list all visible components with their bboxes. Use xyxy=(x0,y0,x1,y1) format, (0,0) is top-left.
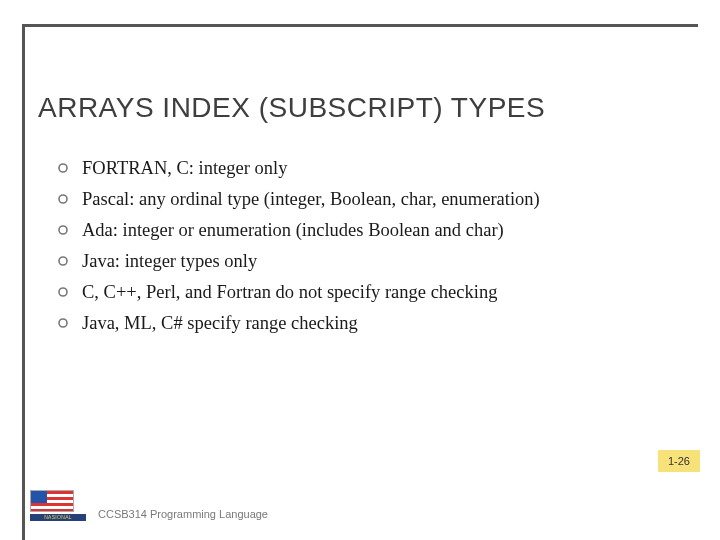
footer-course-label: CCSB314 Programming Language xyxy=(98,508,268,520)
bullet-icon xyxy=(58,256,68,266)
page-number-badge: 1-26 xyxy=(658,450,700,472)
bullet-text: Pascal: any ordinal type (integer, Boole… xyxy=(82,187,540,212)
bullet-icon xyxy=(58,194,68,204)
svg-point-4 xyxy=(59,288,67,296)
bullet-icon xyxy=(58,318,68,328)
bullet-text: Ada: integer or enumeration (includes Bo… xyxy=(82,218,504,243)
list-item: Java: integer types only xyxy=(58,249,680,274)
list-item: C, C++, Perl, and Fortran do not specify… xyxy=(58,280,680,305)
bullet-text: Java, ML, C# specify range checking xyxy=(82,311,358,336)
slide-title: ARRAYS INDEX (SUBSCRIPT) TYPES xyxy=(38,92,545,124)
svg-point-1 xyxy=(59,195,67,203)
svg-point-2 xyxy=(59,226,67,234)
flag-icon xyxy=(30,490,74,512)
bullet-text: C, C++, Perl, and Fortran do not specify… xyxy=(82,280,497,305)
bullet-icon xyxy=(58,225,68,235)
svg-point-0 xyxy=(59,164,67,172)
list-item: FORTRAN, C: integer only xyxy=(58,156,680,181)
list-item: Pascal: any ordinal type (integer, Boole… xyxy=(58,187,680,212)
bullet-icon xyxy=(58,287,68,297)
frame-top-border xyxy=(22,24,698,27)
frame-left-border xyxy=(22,24,25,540)
university-logo: NASIONAL xyxy=(30,490,88,532)
bullet-icon xyxy=(58,163,68,173)
bullet-text: Java: integer types only xyxy=(82,249,257,274)
logo-band-text: NASIONAL xyxy=(30,514,86,521)
list-item: Java, ML, C# specify range checking xyxy=(58,311,680,336)
svg-point-3 xyxy=(59,257,67,265)
svg-point-5 xyxy=(59,319,67,327)
list-item: Ada: integer or enumeration (includes Bo… xyxy=(58,218,680,243)
bullet-text: FORTRAN, C: integer only xyxy=(82,156,287,181)
bullet-list: FORTRAN, C: integer only Pascal: any ord… xyxy=(58,156,680,342)
